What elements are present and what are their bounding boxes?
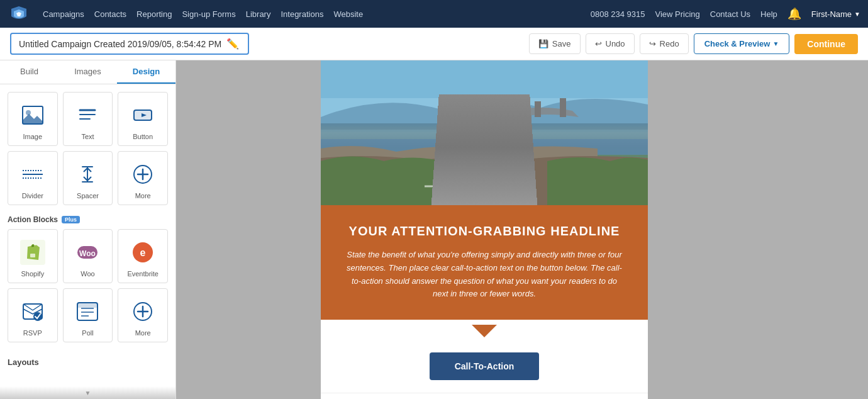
divider-block-icon: [18, 159, 48, 189]
tab-images[interactable]: Images: [58, 60, 117, 84]
nav-view-pricing[interactable]: View Pricing: [655, 9, 699, 19]
eventbrite-block-label: Eventbrite: [127, 270, 159, 278]
divider-block-label: Divider: [22, 192, 43, 200]
top-navigation: Campaigns Contacts Reporting Sign-up For…: [0, 0, 868, 28]
block-item-spacer[interactable]: Spacer: [63, 151, 113, 205]
basic-blocks-grid: Image Text: [8, 92, 168, 205]
action-blocks-label: Action Blocks: [8, 215, 58, 224]
sidebar-scroll-down[interactable]: ▼: [0, 386, 175, 399]
block-item-button[interactable]: Button: [118, 92, 168, 146]
block-item-poll[interactable]: Poll: [63, 288, 113, 342]
nav-links: Campaigns Contacts Reporting Sign-up For…: [43, 9, 578, 19]
check-preview-button[interactable]: Check & Preview ▼: [694, 33, 790, 54]
nav-contacts[interactable]: Contacts: [94, 9, 126, 19]
headline-body: State the benefit of what you're offerin…: [346, 249, 623, 301]
layouts-section-title: Layouts: [8, 352, 168, 369]
main-layout: Build Images Design Image: [0, 60, 868, 399]
shopify-block-icon: [18, 237, 48, 267]
woo-block-icon: Woo: [72, 237, 103, 267]
button-block-icon: [128, 100, 158, 130]
sidebar-tabs: Build Images Design: [0, 60, 175, 84]
nav-signup-forms[interactable]: Sign-up Forms: [182, 9, 235, 19]
save-label: Save: [552, 39, 571, 48]
more-action-block-label: More: [135, 329, 151, 337]
chevron-down-icon: ▼: [854, 11, 860, 18]
block-item-more-action[interactable]: More: [118, 288, 168, 342]
text-block-icon: [72, 100, 103, 130]
svg-text:e: e: [140, 247, 146, 258]
sidebar-content: Image Text: [0, 84, 175, 386]
headline-title: YOUR ATTENTION-GRABBING HEADLINE: [346, 224, 623, 239]
edit-pencil-icon[interactable]: ✏️: [226, 38, 239, 50]
continue-button[interactable]: Continue: [794, 34, 858, 54]
svg-rect-14: [30, 254, 35, 257]
block-item-rsvp[interactable]: RSVP: [8, 288, 58, 342]
footer-section: YOUR ORGANIZATION NAME Store Hours:: [321, 393, 648, 399]
block-item-divider[interactable]: Divider: [8, 151, 58, 205]
rsvp-block-icon: [18, 296, 48, 327]
block-item-image[interactable]: Image: [8, 92, 58, 146]
more-block-icon: [128, 159, 158, 189]
save-button[interactable]: 💾 Save: [529, 33, 581, 54]
action-blocks-section-title: Action Blocks Plus: [8, 215, 168, 224]
action-blocks-grid: Shopify Woo Woo: [8, 229, 168, 342]
eventbrite-block-icon: e: [128, 237, 158, 267]
continue-label: Continue: [807, 39, 845, 49]
redo-button[interactable]: ↪ Redo: [640, 33, 689, 54]
svg-rect-27: [77, 303, 97, 308]
nav-campaigns[interactable]: Campaigns: [43, 9, 84, 19]
block-item-woo[interactable]: Woo Woo: [63, 229, 113, 283]
sidebar: Build Images Design Image: [0, 60, 176, 399]
poll-block-icon: [72, 296, 103, 327]
nav-integrations[interactable]: Integrations: [281, 9, 323, 19]
nav-right: 0808 234 9315 View Pricing Contact Us He…: [591, 7, 860, 21]
text-block-label: Text: [81, 133, 94, 140]
shopify-block-label: Shopify: [21, 270, 44, 278]
cta-button[interactable]: Call-To-Action: [430, 352, 540, 380]
svg-rect-33: [535, 101, 541, 117]
nav-website[interactable]: Website: [333, 9, 363, 19]
toolbar: Untitled Campaign Created 2019/09/05, 8:…: [0, 28, 868, 60]
block-item-text[interactable]: Text: [63, 92, 113, 146]
cta-section: Call-To-Action: [321, 342, 648, 393]
nav-contact-us[interactable]: Contact Us: [710, 9, 750, 19]
block-item-eventbrite[interactable]: e Eventbrite: [118, 229, 168, 283]
headline-section: YOUR ATTENTION-GRABBING HEADLINE State t…: [321, 205, 648, 320]
save-icon: 💾: [538, 39, 548, 48]
redo-label: Redo: [660, 39, 679, 48]
more-block-label: More: [135, 192, 151, 200]
spacer-block-icon: [72, 159, 103, 189]
rsvp-block-label: RSVP: [23, 329, 42, 337]
svg-rect-34: [560, 98, 566, 117]
woo-block-label: Woo: [81, 270, 94, 278]
hero-image-section[interactable]: [321, 60, 648, 205]
undo-label: Undo: [606, 39, 625, 48]
check-preview-label: Check & Preview: [704, 39, 771, 48]
spacer-block-label: Spacer: [77, 192, 99, 200]
campaign-title-field[interactable]: Untitled Campaign Created 2019/09/05, 8:…: [10, 33, 249, 55]
nav-library[interactable]: Library: [246, 9, 271, 19]
canvas-area: YOUR ATTENTION-GRABBING HEADLINE State t…: [176, 60, 793, 399]
undo-icon: ↩: [595, 39, 602, 48]
chevron-down-icon: ▼: [772, 40, 779, 47]
user-name: First-Name: [811, 9, 852, 19]
more-action-block-icon: [128, 296, 158, 327]
undo-button[interactable]: ↩ Undo: [586, 33, 635, 54]
nav-reporting[interactable]: Reporting: [136, 9, 172, 19]
tab-design[interactable]: Design: [117, 60, 175, 84]
image-block-label: Image: [23, 133, 43, 140]
notification-bell-icon[interactable]: 🔔: [787, 7, 801, 21]
block-item-shopify[interactable]: Shopify: [8, 229, 58, 283]
user-menu[interactable]: First-Name ▼: [811, 9, 860, 19]
app-logo[interactable]: [8, 3, 30, 25]
image-block-icon: [18, 100, 48, 130]
block-item-more[interactable]: More: [118, 151, 168, 205]
nav-help[interactable]: Help: [760, 9, 777, 19]
phone-number: 0808 234 9315: [591, 9, 645, 19]
poll-block-label: Poll: [82, 329, 93, 337]
tab-build[interactable]: Build: [0, 60, 58, 84]
svg-text:Woo: Woo: [80, 249, 96, 258]
email-canvas: YOUR ATTENTION-GRABBING HEADLINE State t…: [321, 60, 648, 399]
svg-point-1: [26, 110, 31, 115]
right-panel: [793, 60, 868, 399]
